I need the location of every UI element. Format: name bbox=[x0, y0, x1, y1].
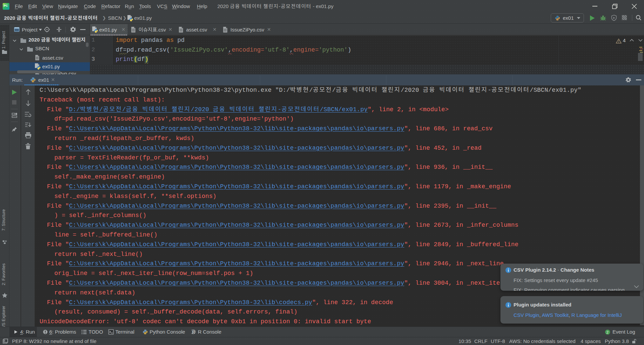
svg-text:R: R bbox=[192, 330, 195, 335]
svg-text:2: 2 bbox=[606, 330, 608, 334]
